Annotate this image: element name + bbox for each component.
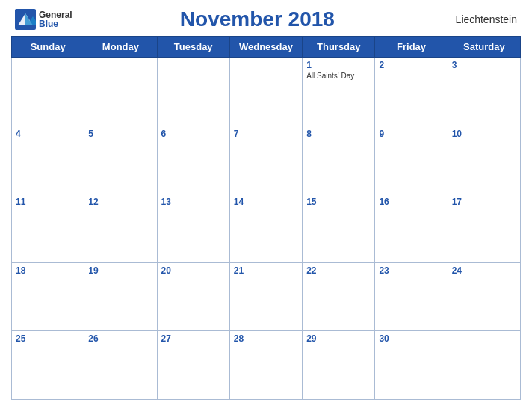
day-number: 12 [88,197,152,207]
day-number: 23 [379,265,443,276]
table-cell: 13 [157,194,229,263]
week-row-3: 11121314151617 [12,194,521,263]
week-row-2: 45678910 [12,126,521,194]
day-number: 15 [306,197,371,207]
table-cell: 7 [229,126,302,194]
header-sunday: Sunday [12,37,84,58]
table-cell [229,58,302,126]
week-row-5: 252627282930 [12,331,521,400]
day-number: 24 [452,265,516,276]
table-cell: 29 [303,331,375,400]
day-number: 30 [379,333,443,344]
table-cell: 18 [12,262,84,331]
day-number: 5 [88,129,152,139]
table-cell: 11 [12,194,84,263]
day-number: 14 [234,197,298,207]
table-cell: 6 [157,126,229,194]
table-cell: 30 [375,331,448,400]
calendar-body: 1All Saints' Day234567891011121314151617… [12,58,521,400]
day-number: 27 [161,333,226,344]
day-number: 9 [379,129,443,139]
day-number: 17 [452,197,516,207]
table-cell: 3 [448,58,520,126]
table-cell: 15 [303,194,375,263]
week-row-4: 18192021222324 [12,262,521,331]
table-cell: 12 [84,194,157,263]
weekday-header-row: Sunday Monday Tuesday Wednesday Thursday… [12,37,521,58]
table-cell: 16 [375,194,448,263]
logo-icon [15,9,36,30]
header-monday: Monday [84,37,157,58]
table-cell [157,58,229,126]
calendar-header: General Blue November 2018 Liechtenstein [11,7,521,31]
table-cell: 28 [229,331,302,400]
table-cell: 24 [448,262,520,331]
day-number: 20 [161,265,226,276]
day-number: 22 [306,265,371,276]
day-number: 13 [161,197,226,207]
day-number: 6 [161,129,226,139]
day-number: 26 [88,333,152,344]
logo-blue-text: Blue [39,19,72,28]
table-cell: 22 [303,262,375,331]
day-number: 10 [452,129,516,139]
header-friday: Friday [375,37,448,58]
day-number: 16 [379,197,443,207]
header-wednesday: Wednesday [229,37,302,58]
calendar-title: November 2018 [72,7,442,31]
generalblue-logo: General Blue [15,9,72,30]
calendar-table: Sunday Monday Tuesday Wednesday Thursday… [11,36,521,400]
day-number: 29 [306,333,371,344]
table-cell: 8 [303,126,375,194]
table-cell: 14 [229,194,302,263]
header-saturday: Saturday [448,37,520,58]
logo-text: General Blue [39,10,72,28]
table-cell: 21 [229,262,302,331]
day-number: 11 [16,197,80,207]
country-name: Liechtenstein [442,13,517,25]
header-tuesday: Tuesday [157,37,229,58]
day-number: 3 [452,60,516,70]
day-number: 2 [379,60,443,70]
table-cell: 5 [84,126,157,194]
week-row-1: 1All Saints' Day23 [12,58,521,126]
table-cell: 2 [375,58,448,126]
table-cell [84,58,157,126]
table-cell: 27 [157,331,229,400]
day-number: 19 [88,265,152,276]
table-cell: 17 [448,194,520,263]
day-number: 4 [16,129,80,139]
table-cell: 4 [12,126,84,194]
day-number: 18 [16,265,80,276]
table-cell: 25 [12,331,84,400]
day-number: 25 [16,333,80,344]
table-cell: 1All Saints' Day [303,58,375,126]
table-cell: 20 [157,262,229,331]
table-cell: 19 [84,262,157,331]
table-cell: 23 [375,262,448,331]
table-cell: 10 [448,126,520,194]
table-cell [12,58,84,126]
day-number: 7 [234,129,298,139]
day-number: 8 [306,129,371,139]
table-cell: 26 [84,331,157,400]
table-cell: 9 [375,126,448,194]
day-number: 28 [234,333,298,344]
header-thursday: Thursday [303,37,375,58]
table-cell [448,331,520,400]
event-label: All Saints' Day [306,72,371,80]
day-number: 21 [234,265,298,276]
day-number: 1 [306,60,371,70]
